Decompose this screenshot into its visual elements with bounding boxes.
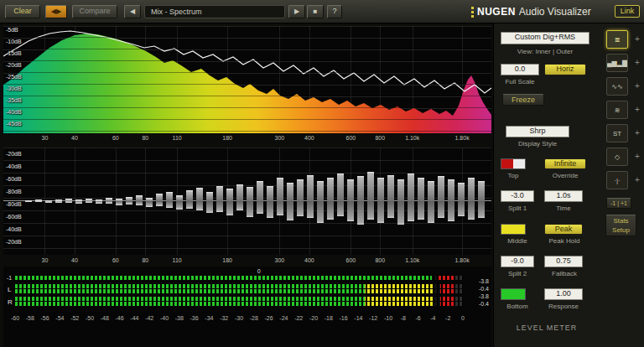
histogram-bar-up	[186, 190, 193, 201]
stop-button[interactable]: ■	[307, 5, 324, 18]
fallback-field[interactable]: 0.75	[544, 256, 583, 267]
spectrum-frequency-scale: 304060801101803004006008001.10k1.80k	[3, 133, 491, 142]
view-slot-row: ▄▆▂▇+	[606, 54, 641, 72]
histogram-bar-down	[247, 201, 253, 217]
compare-button[interactable]: Compare	[72, 5, 117, 18]
preset-select[interactable]: Mix - Spectrum	[144, 5, 285, 18]
peak-button[interactable]: Peak	[544, 224, 583, 235]
view-slot-row: ≋+	[606, 101, 641, 119]
histogram-bar-up	[206, 192, 213, 201]
frequency-scale-label: 600	[346, 134, 356, 142]
histogram-bar	[186, 148, 193, 255]
freeze-button[interactable]: Freeze	[502, 94, 544, 106]
histogram-bar	[96, 148, 102, 255]
split1-field[interactable]: -3.0	[501, 190, 534, 202]
meter-scale-label: -8	[401, 314, 406, 322]
histogram-bar-down	[136, 201, 143, 205]
add-view-button[interactable]: +	[633, 176, 641, 184]
vectorscope-view-button[interactable]: ◇	[606, 148, 628, 166]
histogram-bar-up	[247, 187, 253, 201]
frequency-scale-label: 600	[346, 256, 356, 264]
histogram-bar	[357, 148, 364, 255]
frequency-scale-label: 40	[71, 134, 78, 142]
meter-scale-label: -18	[325, 314, 333, 322]
histogram-bar	[25, 148, 32, 255]
wave-view-button[interactable]: ∿∿	[606, 77, 628, 96]
time-field[interactable]: 1.0s	[544, 190, 583, 202]
histogram-bar-down	[297, 201, 304, 216]
stereo-view-button[interactable]: ST	[606, 124, 628, 142]
meter-scale-label: -44	[130, 314, 138, 322]
view-mode-label: View: Inner | Outer	[501, 48, 589, 55]
histogram-bar-down	[96, 201, 102, 204]
histogram-bar	[75, 148, 82, 255]
chevron-left-icon: ◀	[130, 8, 135, 15]
bottom-color-swatch[interactable]	[501, 288, 526, 300]
meter-preset-select[interactable]: Custom Dig+RMS	[501, 32, 589, 44]
response-field[interactable]: 1.00	[544, 288, 583, 300]
meter-scale-label: -40	[160, 314, 169, 322]
nudge-button[interactable]: -1 | +1	[606, 198, 631, 209]
full-scale-label: Full Scale	[497, 78, 543, 85]
meter-readout-value: -3.8	[466, 277, 489, 285]
histogram-bar	[297, 148, 304, 255]
add-view-button[interactable]: +	[633, 153, 641, 161]
swap-compare-button[interactable]: ◀▶	[45, 5, 67, 18]
spectrogram-view-button[interactable]: ≋	[606, 101, 628, 119]
middle-label: Middle	[496, 237, 539, 245]
histogram-bar-down	[186, 201, 193, 209]
split2-field[interactable]: -9.0	[501, 256, 534, 267]
histogram-bar	[257, 148, 263, 255]
histogram-bar	[106, 148, 112, 255]
correlation-view-button[interactable]: ·|·	[606, 171, 628, 189]
meter-bar-left-peak	[15, 284, 463, 288]
meter-bar-left-rms	[15, 289, 463, 293]
previous-preset-button[interactable]: ◀	[124, 5, 141, 18]
db-scale-label: -60dB	[6, 214, 22, 220]
play-button[interactable]: ▶	[288, 5, 305, 18]
horiz-button[interactable]: Horiz	[544, 64, 586, 75]
meter-scale-label: -14	[354, 314, 362, 322]
meter-scale-label: -30	[235, 314, 243, 322]
response-label: Response	[539, 303, 588, 310]
clear-button[interactable]: Clear	[5, 5, 40, 18]
help-button[interactable]: ?	[327, 5, 342, 18]
add-view-button[interactable]: +	[633, 129, 641, 137]
histogram-bar	[428, 148, 434, 255]
histogram-bar	[216, 148, 223, 255]
histogram-bar	[226, 148, 233, 255]
full-scale-field[interactable]: 0.0	[501, 64, 539, 75]
db-scale-label: -30dB	[6, 85, 22, 92]
top-color-swatch[interactable]	[501, 158, 526, 169]
histogram-bar-up	[408, 174, 414, 201]
middle-color-swatch[interactable]	[501, 224, 526, 235]
meter-scale-label: -52	[70, 314, 79, 322]
meter-scale-label: -48	[101, 314, 109, 322]
histogram-bar	[397, 148, 404, 255]
stats-setup-button[interactable]: Stats Setup	[605, 215, 636, 236]
display-style-select[interactable]: Shrp	[506, 126, 569, 137]
histogram-bar	[478, 148, 485, 255]
histogram-view-button[interactable]: ▄▆▂▇	[606, 54, 628, 72]
meter-view-button[interactable]: ≣	[606, 30, 628, 49]
add-view-button[interactable]: +	[633, 35, 641, 44]
db-scale-label: -45dB	[6, 121, 22, 127]
histogram-bar-down	[206, 201, 213, 213]
frequency-scale-label: 110	[173, 256, 182, 264]
view-selector-column: ≣+▄▆▂▇+∿∿+≋+ST+◇+·|·+	[606, 30, 641, 194]
override-button[interactable]: Infinite	[544, 158, 586, 169]
add-view-button[interactable]: +	[633, 82, 641, 91]
frequency-scale-label: 110	[173, 134, 182, 142]
add-view-button[interactable]: +	[633, 106, 641, 114]
histogram-bar-up	[468, 178, 475, 201]
histogram-view-icon: ▄▆▂▇	[607, 60, 627, 67]
frequency-scale-label: 180	[222, 134, 232, 142]
histogram-bar-down	[156, 201, 163, 206]
histogram-bar	[317, 148, 324, 255]
add-view-button[interactable]: +	[633, 59, 641, 67]
histogram-bar	[287, 148, 293, 255]
db-scale-label: -20dB	[6, 62, 22, 69]
histogram-bar-up	[327, 178, 334, 201]
db-scale-label: -80dB	[6, 201, 22, 208]
link-button[interactable]: Link	[615, 5, 640, 18]
